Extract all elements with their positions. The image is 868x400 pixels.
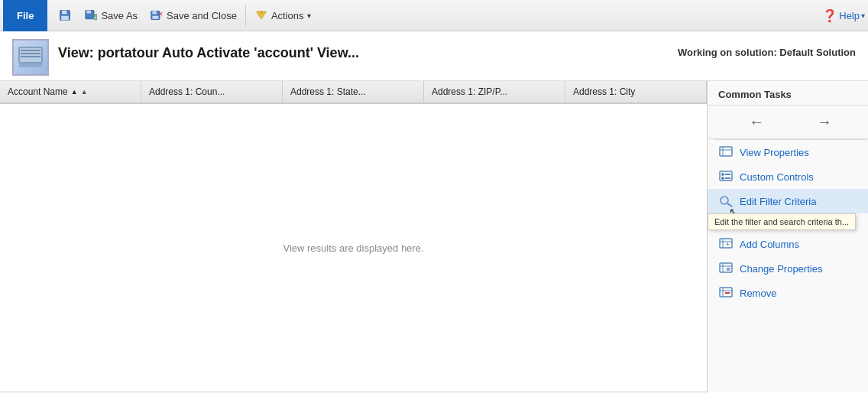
column-headers: Account Name ▲ Address 1: Coun... Addres… [0, 81, 707, 104]
change-properties-icon [718, 262, 734, 275]
actions-dropdown-icon: ▾ [307, 11, 311, 20]
svg-rect-14 [21, 50, 40, 51]
help-label: Help [839, 10, 860, 21]
nav-forward-button[interactable]: → [809, 112, 840, 132]
help-button[interactable]: ❓ Help ▾ [822, 8, 865, 23]
add-columns-icon: + [718, 238, 734, 250]
task-change-properties[interactable]: Change Properties [708, 256, 868, 281]
remove-icon [718, 287, 734, 299]
main-area: Account Name ▲ Address 1: Coun... Addres… [0, 81, 868, 392]
col-header-address-state[interactable]: Address 1: State... [283, 81, 424, 102]
col-header-address-zip[interactable]: Address 1: ZIP/P... [424, 81, 565, 102]
sort-icon: ▲ [71, 88, 78, 96]
edit-filter-tooltip: Edit the filter and search criteria th..… [708, 213, 856, 230]
view-icon [12, 39, 49, 76]
save-as-icon: + [84, 9, 98, 21]
svg-rect-23 [725, 174, 730, 175]
nav-arrows: ← → [708, 106, 868, 139]
svg-rect-25 [725, 177, 730, 179]
file-tab[interactable]: File [3, 0, 47, 31]
view-title: View: portatour Auto Activate 'account' … [58, 45, 359, 61]
save-close-icon: ✕ [150, 9, 164, 21]
svg-rect-8 [153, 11, 157, 14]
col-address-zip-label: Address 1: ZIP/P... [432, 86, 507, 97]
save-icon [58, 9, 72, 21]
task-add-columns-label: Add Columns [740, 239, 799, 250]
task-view-properties-label: View Properties [740, 147, 809, 158]
svg-text:+: + [94, 15, 97, 21]
task-remove-label: Remove [740, 288, 776, 299]
task-custom-controls[interactable]: Custom Controls [708, 164, 868, 189]
svg-text:✕: ✕ [159, 11, 164, 18]
bottom-border [0, 392, 707, 392]
help-dropdown-icon: ▾ [861, 11, 865, 20]
svg-rect-18 [720, 147, 732, 156]
svg-rect-4 [87, 11, 92, 14]
toolbar-separator-1 [245, 5, 246, 26]
view-icon-svg [18, 47, 43, 68]
col-account-name-label: Account Name [8, 86, 68, 97]
empty-message: View results are displayed here. [283, 242, 423, 254]
actions-icon [254, 9, 268, 21]
toolbar-right: ❓ Help ▾ [822, 8, 865, 23]
svg-point-24 [721, 177, 724, 180]
col-address-state-label: Address 1: State... [290, 86, 366, 97]
save-as-button[interactable]: + Save As [78, 6, 144, 24]
svg-rect-1 [62, 11, 66, 15]
svg-point-12 [260, 11, 262, 13]
task-custom-controls-label: Custom Controls [740, 171, 814, 183]
svg-rect-2 [62, 16, 70, 21]
col-address-country-label: Address 1: Coun... [149, 86, 225, 97]
columns-area: Account Name ▲ Address 1: Coun... Addres… [0, 81, 707, 392]
col-address-city-label: Address 1: City [573, 86, 635, 97]
col-header-address-city[interactable]: Address 1: City [565, 81, 707, 102]
custom-controls-icon [718, 171, 734, 183]
toolbar: File + Save As ✕ Save and Close [0, 0, 868, 31]
svg-point-26 [721, 197, 728, 204]
col-header-account-name[interactable]: Account Name ▲ [0, 81, 141, 102]
help-circle-icon: ❓ [822, 8, 837, 23]
svg-rect-16 [21, 56, 40, 57]
task-view-properties[interactable]: View Properties [708, 140, 868, 164]
save-button[interactable] [52, 6, 78, 24]
svg-rect-32 [720, 263, 732, 272]
svg-rect-17 [19, 63, 42, 67]
save-and-close-label: Save and Close [167, 10, 237, 21]
common-tasks-panel: Common Tasks ← → View Properties [707, 81, 868, 392]
solution-label: Working on solution: Default Solution [678, 47, 856, 58]
task-add-columns[interactable]: + Add Columns [708, 232, 868, 256]
save-as-label: Save As [101, 10, 138, 21]
content-body: View results are displayed here. [0, 104, 707, 392]
svg-text:+: + [726, 241, 730, 248]
view-properties-icon [718, 146, 734, 158]
task-change-properties-label: Change Properties [740, 263, 822, 275]
svg-point-22 [721, 173, 724, 176]
save-and-close-button[interactable]: ✕ Save and Close [144, 6, 243, 24]
actions-button[interactable]: Actions ▾ [248, 6, 317, 24]
task-edit-filter-label: Edit Filter Criteria [740, 196, 816, 207]
task-edit-filter[interactable]: Edit Filter Criteria ↖ Edit the filter a… [708, 189, 868, 213]
actions-label: Actions [271, 10, 304, 21]
task-remove[interactable]: Remove [708, 281, 868, 305]
header-area: View: portatour Auto Activate 'account' … [0, 31, 868, 81]
nav-back-button[interactable]: ← [741, 112, 772, 132]
col-header-address-country[interactable]: Address 1: Coun... [141, 81, 283, 102]
common-tasks-title: Common Tasks [708, 81, 868, 106]
svg-rect-15 [21, 53, 40, 54]
svg-rect-9 [153, 16, 159, 19]
